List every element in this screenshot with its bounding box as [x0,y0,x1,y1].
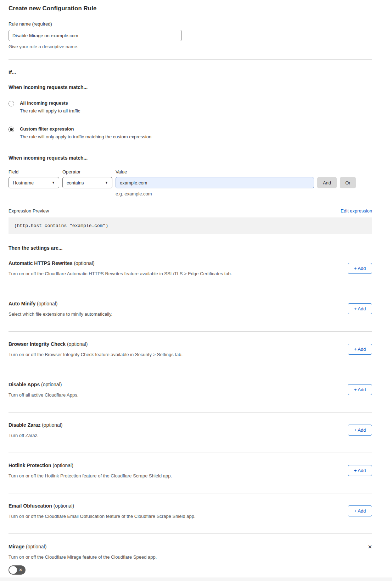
setting-texts: Browser Integrity Check (optional) Turn … [9,341,183,357]
setting-description: Select which file extensions to minify a… [9,311,112,317]
rule-name-help: Give your rule a descriptive name. [9,44,372,49]
toggle-knob [9,566,17,574]
setting-name: Email Obfuscation [9,503,52,509]
radio-option-texts: All incoming requests The rule will appl… [20,100,80,114]
or-button[interactable]: Or [340,177,356,188]
optional-suffix: (optional) [41,382,62,387]
setting-name: Mirage [9,544,24,549]
setting-texts: Email Obfuscation (optional) Turn on or … [9,503,196,519]
setting-title: Mirage (optional) [9,544,46,549]
and-button[interactable]: And [317,177,337,188]
setting-texts: Hotlink Protection (optional) Turn on or… [9,463,172,478]
optional-suffix: (optional) [42,422,62,428]
setting-row-automatic-https-rewrites: Automatic HTTPS Rewrites (optional) Turn… [9,251,372,291]
expression-builder: Field Operator Value Hostname ▼ contains… [9,169,372,197]
settings-heading: Then the settings are... [9,245,372,251]
setting-texts: Automatic HTTPS Rewrites (optional) Turn… [9,260,232,276]
value-column-label: Value [116,169,314,175]
if-heading: If... [9,69,372,75]
radio-option-description: The rule will apply to all traffic [20,108,80,114]
optional-suffix: (optional) [54,503,74,509]
field-column-label: Field [9,169,59,175]
toggle-off-x-icon: ✕ [19,568,22,572]
operator-select[interactable]: contains ▼ [62,177,112,188]
page-title: Create new Configuration Rule [9,5,372,12]
radio-option-label: Custom filter expression [20,126,151,132]
setting-name: Hotlink Protection [9,463,51,468]
expression-builder-heading: When incoming requests match... [9,155,372,161]
rule-name-input[interactable] [9,30,182,41]
setting-title: Browser Integrity Check (optional) [9,341,183,347]
setting-name: Automatic HTTPS Rewrites [9,260,72,266]
setting-title: Email Obfuscation (optional) [9,503,196,509]
setting-row-disable-apps: Disable Apps (optional) Turn off all act… [9,372,372,413]
radio-option-label: All incoming requests [20,100,80,106]
add-button[interactable]: + Add [348,263,372,274]
add-button[interactable]: + Add [348,505,372,516]
radio-option-description: The rule will only apply to traffic matc… [20,134,151,139]
add-button[interactable]: + Add [348,465,372,476]
expression-preview-label: Expression Preview [9,208,49,214]
match-type-heading: When incoming requests match... [9,84,372,90]
setting-name: Disable Zaraz [9,422,40,428]
radio-option-custom-filter-expression[interactable]: Custom filter expression The rule will o… [9,126,372,139]
setting-title: Auto Minify (optional) [9,301,112,306]
setting-description: Turn off all active Cloudflare Apps. [9,392,78,398]
setting-description: Turn on or off the Cloudflare Email Obfu… [9,514,196,519]
expression-preview-code: (http.host contains "example.com") [9,217,372,234]
setting-texts: Auto Minify (optional) Select which file… [9,301,112,317]
operator-column-label: Operator [62,169,112,175]
setting-description: Turn off Zaraz. [9,433,63,438]
close-icon[interactable]: ✕ [368,544,372,549]
edit-expression-link[interactable]: Edit expression [341,208,372,214]
optional-suffix: (optional) [26,544,46,549]
add-button[interactable]: + Add [348,303,372,314]
setting-description: Turn on or off the Cloudflare Automatic … [9,271,232,276]
setting-description: Turn on or off the Cloudflare Mirage fea… [9,554,372,560]
add-button[interactable]: + Add [348,344,372,355]
setting-texts: Disable Zaraz (optional) Turn off Zaraz. [9,422,63,438]
optional-suffix: (optional) [52,463,73,468]
setting-title: Disable Zaraz (optional) [9,422,63,428]
value-help-text: e.g. example.com [116,191,314,197]
setting-row-auto-minify: Auto Minify (optional) Select which file… [9,291,372,332]
setting-name: Disable Apps [9,382,40,387]
add-button[interactable]: + Add [348,425,372,436]
setting-description: Turn on or off the Hotlink Protection fe… [9,473,172,478]
radio-option-texts: Custom filter expression The rule will o… [20,126,151,139]
expression-preview-header: Expression Preview Edit expression [9,208,372,214]
setting-row-disable-zaraz: Disable Zaraz (optional) Turn off Zaraz.… [9,413,372,453]
optional-suffix: (optional) [74,260,94,266]
field-select[interactable]: Hostname ▼ [9,177,59,188]
mirage-toggle-off[interactable]: ✕ [9,565,26,575]
setting-row-browser-integrity-check: Browser Integrity Check (optional) Turn … [9,332,372,372]
setting-row-hotlink-protection: Hotlink Protection (optional) Turn on or… [9,453,372,493]
mirage-header: Mirage (optional) ✕ [9,544,372,549]
setting-title: Automatic HTTPS Rewrites (optional) [9,260,232,266]
optional-suffix: (optional) [67,341,88,347]
section-divider [9,59,372,60]
setting-texts: Disable Apps (optional) Turn off all act… [9,382,78,398]
setting-title: Disable Apps (optional) [9,382,78,387]
field-select-value: Hostname [13,180,34,186]
radio-unselected-icon[interactable] [9,101,14,106]
caret-down-icon: ▼ [52,181,55,184]
setting-name: Browser Integrity Check [9,341,66,347]
optional-suffix: (optional) [37,301,57,306]
caret-down-icon: ▼ [105,181,108,184]
footer-strip [0,577,392,581]
create-configuration-rule-page: Create new Configuration Rule Rule name … [0,0,392,575]
setting-title: Hotlink Protection (optional) [9,463,172,468]
radio-selected-icon[interactable] [9,127,14,132]
value-input[interactable] [116,177,314,188]
setting-name: Auto Minify [9,301,35,306]
radio-option-all-incoming-requests[interactable]: All incoming requests The rule will appl… [9,100,372,114]
operator-select-value: contains [67,180,84,186]
rule-name-label: Rule name (required) [9,21,372,27]
setting-row-mirage: Mirage (optional) ✕ Turn on or off the C… [9,534,372,575]
setting-row-email-obfuscation: Email Obfuscation (optional) Turn on or … [9,493,372,534]
setting-description: Turn on or off the Browser Integrity Che… [9,352,183,357]
add-button[interactable]: + Add [348,384,372,395]
